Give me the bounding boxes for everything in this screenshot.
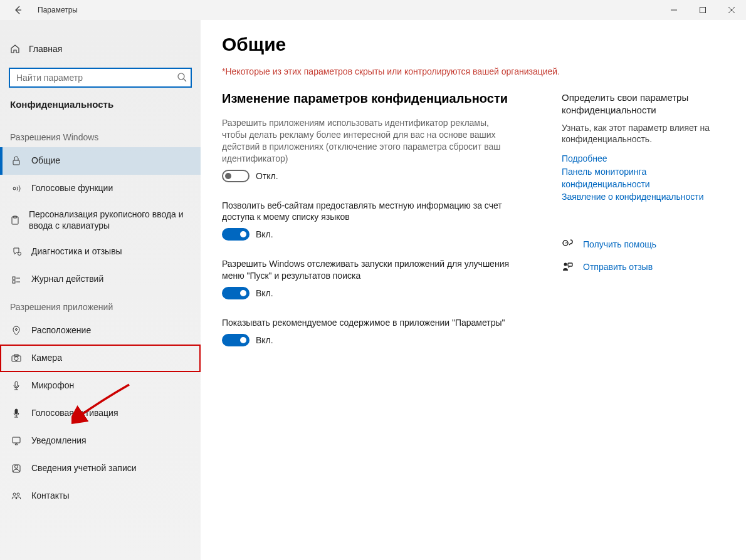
nav-label: Контакты (31, 490, 69, 502)
nav-label: Уведомления (31, 435, 87, 447)
svg-point-19 (17, 493, 19, 495)
nav-label: Голосовая активация (31, 408, 118, 419)
svg-rect-0 (700, 8, 706, 13)
svg-point-6 (18, 252, 21, 256)
org-notice: *Некоторые из этих параметров скрыты или… (222, 66, 725, 76)
toggle-ad-id[interactable]: Откл. (222, 170, 278, 182)
toggle-switch-icon (222, 334, 250, 346)
nav-account-info[interactable]: Сведения учетной записи (0, 455, 201, 482)
nav-label: Сведения учетной записи (31, 463, 137, 474)
camera-icon (10, 353, 23, 363)
voice-icon (10, 184, 23, 194)
microphone-icon (10, 381, 23, 391)
voice-activation-icon (10, 408, 23, 418)
content: Общие *Некоторые из этих параметров скры… (201, 20, 746, 560)
nav-label: Голосовые функции (31, 183, 113, 194)
nav-camera[interactable]: Камера (0, 345, 201, 372)
aside-link-statement[interactable]: Заявление о конфиденциальности (562, 190, 725, 203)
nav-activity[interactable]: Журнал действий (0, 266, 201, 293)
help-link-label: Получить помощь (583, 239, 656, 249)
home-icon (10, 44, 20, 54)
svg-point-22 (564, 262, 567, 266)
nav-label: Расположение (31, 325, 91, 336)
activity-icon (10, 274, 23, 284)
nav-inking[interactable]: Персонализация рукописного ввода и ввода… (0, 202, 201, 238)
svg-rect-2 (13, 160, 19, 165)
nav-microphone[interactable]: Микрофон (0, 372, 201, 400)
search-input[interactable] (9, 68, 192, 88)
help-icon: ? (562, 239, 573, 250)
svg-rect-15 (13, 437, 20, 443)
toggle-app-launch[interactable]: Вкл. (222, 287, 273, 299)
aside-link-more[interactable]: Подробнее (562, 152, 725, 165)
close-icon (728, 7, 735, 13)
clipboard-icon (10, 215, 20, 226)
feedback-icon (10, 247, 23, 257)
maximize-button[interactable] (688, 0, 717, 20)
group-windows-label: Разрешения Windows (0, 123, 201, 147)
maximize-icon (700, 7, 706, 13)
section-title: Конфиденциальность (0, 99, 201, 123)
toggle-switch-icon (222, 228, 250, 241)
window-controls (659, 0, 746, 20)
toggle-suggested-content[interactable]: Вкл. (222, 334, 273, 346)
sub-heading: Изменение параметров конфиденциальности (222, 91, 524, 106)
nav-diagnostics[interactable]: Диагностика и отзывы (0, 238, 201, 266)
nav-location[interactable]: Расположение (0, 317, 201, 345)
back-button[interactable] (10, 3, 25, 18)
send-feedback-link[interactable]: Отправить отзыв (562, 261, 725, 272)
minimize-icon (671, 7, 677, 13)
svg-rect-13 (15, 381, 18, 386)
svg-point-3 (13, 187, 16, 190)
setting-desc: Разрешить приложениям использовать идент… (222, 117, 510, 165)
setting-desc: Позволить веб-сайтам предоставлять местн… (222, 200, 510, 224)
nav-contacts[interactable]: Контакты (0, 482, 201, 510)
nav-general[interactable]: Общие (0, 147, 201, 175)
svg-rect-8 (13, 281, 15, 283)
close-button[interactable] (717, 0, 746, 20)
home-label: Главная (29, 44, 62, 54)
main-column: Изменение параметров конфиденциальности … (222, 91, 524, 364)
nav-notifications[interactable]: Уведомления (0, 427, 201, 455)
aside-link-dashboard[interactable]: Панель мониторинга конфиденциальности (562, 165, 725, 191)
nav-voice[interactable]: Голосовые функции (0, 175, 201, 202)
svg-point-9 (16, 329, 18, 331)
setting-app-launch: Разрешить Windows отслеживать запуски пр… (222, 258, 524, 302)
toggle-language-list[interactable]: Вкл. (222, 228, 273, 241)
nav-label: Журнал действий (31, 274, 103, 285)
aside-column: Определить свои параметры конфиденциальн… (562, 91, 725, 364)
help-links: ? Получить помощь Отправить отзыв (562, 239, 725, 272)
toggle-label: Откл. (256, 171, 278, 181)
svg-point-16 (15, 465, 18, 469)
setting-language-list: Позволить веб-сайтам предоставлять местн… (222, 200, 524, 244)
toggle-switch-icon (222, 287, 250, 299)
location-icon (10, 326, 23, 336)
nav-label: Диагностика и отзывы (31, 246, 122, 257)
nav-label: Персонализация рукописного ввода и ввода… (29, 209, 191, 231)
svg-rect-14 (15, 409, 18, 414)
lock-icon (10, 156, 23, 166)
feedback-person-icon (562, 261, 573, 272)
aside-title: Определить свои параметры конфиденциальн… (562, 91, 725, 116)
notifications-icon (10, 436, 23, 446)
arrow-left-icon (13, 6, 22, 14)
page-title: Общие (222, 34, 725, 55)
minimize-button[interactable] (659, 0, 688, 20)
nav-voice-activation[interactable]: Голосовая активация (0, 400, 201, 427)
contacts-icon (10, 491, 23, 501)
get-help-link[interactable]: ? Получить помощь (562, 239, 725, 250)
sidebar: Главная Конфиденциальность Разрешения Wi… (0, 20, 201, 560)
group-apps-label: Разрешения приложений (0, 293, 201, 317)
toggle-label: Вкл. (256, 335, 273, 345)
toggle-label: Вкл. (256, 229, 273, 239)
svg-rect-23 (568, 263, 572, 266)
setting-desc: Показывать рекомендуемое содержимое в пр… (222, 317, 510, 329)
setting-ad-id: Разрешить приложениям использовать идент… (222, 117, 524, 185)
svg-point-18 (13, 493, 16, 495)
feedback-link-label: Отправить отзыв (583, 262, 653, 272)
account-icon (10, 464, 23, 474)
home-link[interactable]: Главная (0, 38, 201, 60)
setting-suggested-content: Показывать рекомендуемое содержимое в пр… (222, 317, 524, 349)
svg-text:?: ? (565, 241, 567, 245)
setting-desc: Разрешить Windows отслеживать запуски пр… (222, 258, 510, 282)
